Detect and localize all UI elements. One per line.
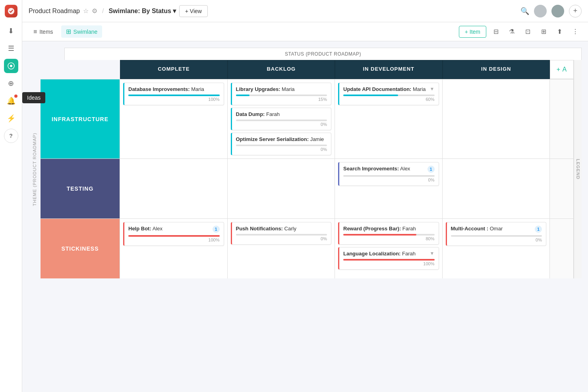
more-options-icon[interactable]: ⋮ — [569, 25, 582, 38]
lane-infrastructure-complete: Database Improvements: Maria 100% — [120, 79, 228, 158]
header-right: 🔍 + — [520, 5, 582, 17]
card-badge: 1 — [213, 226, 220, 233]
card-title: Database Improvements: Maria — [128, 86, 204, 92]
sidebar-icon-add[interactable]: ⊕ — [4, 76, 18, 91]
card-library-upgrades[interactable]: Library Upgrades: Maria 15% — [231, 83, 332, 105]
sidebar-icon-help[interactable]: ? — [4, 129, 18, 143]
lane-stickiness-backlog: Push Notifications: Carly 0% — [228, 219, 335, 278]
star-icon[interactable]: ☆ — [83, 7, 89, 15]
progress-bar-wrap — [236, 95, 327, 96]
progress-label: 0% — [236, 122, 327, 127]
card-header: Language Localization: Farah ▼ — [343, 251, 435, 257]
card-header: Push Notifications: Carly — [236, 226, 327, 232]
swimlane-row-stickiness: STICKINESS Help Bot: Alex 1 — [41, 218, 574, 278]
sidebar-icon-ideas[interactable]: ☰ — [4, 41, 18, 56]
card-title: Language Localization: Farah — [343, 251, 416, 257]
card-header: Help Bot: Alex 1 — [128, 226, 220, 233]
view-options-icon[interactable]: ⊡ — [521, 25, 534, 38]
lane-testing-add — [550, 159, 574, 218]
grid-icon[interactable]: ⊞ — [537, 25, 550, 38]
progress-bar-fill — [128, 235, 220, 237]
column-headers: COMPLETE BACKLOG IN DEVELOPMENT IN DESIG… — [41, 60, 574, 79]
board-main: THEME (PRODUCT ROADMAP) COMPLETE BACKLOG… — [29, 60, 582, 278]
progress-bar-wrap — [128, 95, 220, 96]
flag-icon: ▼ — [430, 251, 435, 256]
avatar-1 — [534, 5, 547, 17]
swimlane-board: STATUS (PRODUCT ROADMAP) THEME (PRODUCT … — [29, 48, 582, 278]
filter-icon[interactable]: ⚗ — [505, 25, 518, 38]
card-push-notifications[interactable]: Push Notifications: Carly 0% — [231, 222, 332, 245]
export-icon[interactable]: ⬆ — [553, 25, 566, 38]
col-header-in-development: IN DEVELOPMENT — [335, 60, 443, 79]
sidebar-icon-download[interactable]: ⬇ — [4, 24, 18, 38]
flag-icon: ▼ — [430, 86, 435, 92]
items-tab-icon: ≡ — [33, 28, 37, 35]
card-title: Update API Documentation: Maria — [343, 86, 426, 92]
add-item-button[interactable]: + Item — [459, 26, 486, 38]
add-column-button[interactable]: + A — [550, 60, 574, 79]
app-logo — [5, 5, 17, 17]
progress-label: 0% — [236, 147, 327, 152]
lane-infrastructure-in-design — [443, 79, 550, 158]
sidebar-icon-lightning[interactable]: ⚡ — [4, 111, 18, 126]
sidebar-icon-list[interactable] — [4, 59, 18, 73]
card-badge: 1 — [427, 166, 435, 173]
chevron-down-icon: ▾ — [173, 7, 176, 15]
card-header: Optimize Server Serialization: Jamie — [236, 136, 327, 142]
toolbar-right: + Item ⊟ ⚗ ⊡ ⊞ ⬆ ⋮ — [459, 25, 582, 38]
theme-cell-stickiness: STICKINESS — [41, 219, 120, 278]
progress-bar-wrap — [343, 175, 435, 177]
tab-swimlane[interactable]: ⊞ Swimlane — [61, 25, 103, 38]
svg-point-0 — [8, 8, 14, 14]
progress-label: 0% — [343, 178, 435, 182]
theme-axis-label: THEME (PRODUCT ROADMAP) — [32, 133, 37, 206]
tab-items[interactable]: ≡ Items — [29, 26, 58, 38]
add-view-button[interactable]: + View — [179, 5, 208, 17]
add-item-label: + Item — [465, 29, 480, 35]
card-header: Data Dump: Farah — [236, 111, 327, 117]
progress-label: 0% — [451, 238, 542, 242]
status-header: STATUS (PRODUCT ROADMAP) — [64, 48, 582, 60]
lane-infrastructure-add — [550, 79, 574, 158]
svg-point-2 — [10, 65, 12, 67]
card-data-dump[interactable]: Data Dump: Farah 0% — [231, 108, 332, 130]
progress-bar-wrap — [128, 235, 220, 237]
card-header: Library Upgrades: Maria — [236, 86, 327, 92]
tab-swimlane-label: Swimlane — [74, 29, 98, 35]
card-language-localization[interactable]: Language Localization: Farah ▼ 100% — [338, 247, 439, 270]
main-content: Product Roadmap ☆ ⚙ / Swimlane: By Statu… — [22, 0, 588, 392]
progress-bar-fill — [236, 95, 250, 96]
card-title: Optimize Server Serialization: Jamie — [236, 136, 324, 142]
card-database-improvements[interactable]: Database Improvements: Maria 100% — [123, 83, 224, 105]
card-optimize-server[interactable]: Optimize Server Serialization: Jamie 0% — [231, 133, 332, 155]
lane-testing-backlog — [228, 159, 335, 218]
lane-stickiness-add — [550, 219, 574, 278]
avatar-2 — [551, 5, 564, 17]
card-multi-account[interactable]: Multi-Account : Omar 1 0% — [446, 222, 547, 246]
legend-label[interactable]: LEGEND — [576, 159, 580, 180]
progress-bar-fill — [343, 259, 435, 261]
card-title: Push Notifications: Carly — [236, 226, 296, 232]
collapse-icon[interactable]: ⊟ — [489, 25, 502, 38]
card-header: Database Improvements: Maria — [128, 86, 220, 92]
search-icon[interactable]: 🔍 — [520, 7, 529, 15]
card-update-api[interactable]: Update API Documentation: Maria ▼ 60% — [338, 83, 439, 105]
sidebar: ⬇ ☰ ⊕ 🔔 ⚡ ? — [0, 0, 22, 392]
lane-testing-complete — [120, 159, 228, 218]
card-title: Multi-Account : Omar — [451, 226, 503, 232]
card-search-improvements[interactable]: Search Improvements: Alex 1 0% — [338, 162, 439, 186]
settings-icon[interactable]: ⚙ — [92, 7, 97, 15]
lane-infrastructure-in-development: Update API Documentation: Maria ▼ 60% — [335, 79, 443, 158]
card-reward-progress[interactable]: Reward (Progress Bar): Farah 80% — [338, 222, 439, 245]
card-help-bot[interactable]: Help Bot: Alex 1 100% — [123, 222, 224, 246]
card-title: Data Dump: Farah — [236, 111, 280, 117]
lanes-container: COMPLETE BACKLOG IN DEVELOPMENT IN DESIG… — [41, 60, 574, 278]
add-member-button[interactable]: + — [569, 5, 582, 17]
sidebar-icon-bell[interactable]: 🔔 — [4, 94, 18, 108]
card-header: Reward (Progress Bar): Farah — [343, 226, 435, 232]
col-header-backlog: BACKLOG — [228, 60, 335, 79]
card-title: Library Upgrades: Maria — [236, 86, 295, 92]
card-title: Search Improvements: Alex — [343, 166, 410, 172]
view-selector[interactable]: Swimlane: By Status ▾ — [108, 7, 176, 15]
swimlane-tab-icon: ⊞ — [66, 28, 71, 35]
